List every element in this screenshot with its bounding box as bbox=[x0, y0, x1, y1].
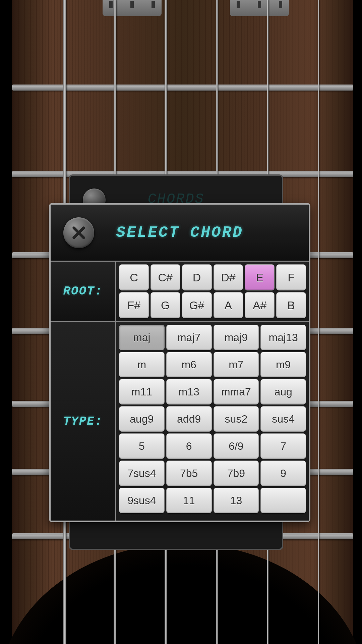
root-key-d[interactable]: D bbox=[182, 264, 212, 290]
type-key-13[interactable]: 13 bbox=[214, 488, 259, 513]
type-key-maj9[interactable]: maj9 bbox=[214, 325, 259, 350]
type-key-aug9[interactable]: aug9 bbox=[119, 406, 165, 432]
type-key-6[interactable]: 6 bbox=[166, 433, 212, 459]
root-key-e[interactable]: E bbox=[245, 264, 275, 290]
type-key-mma7[interactable]: mma7 bbox=[214, 379, 259, 405]
root-key-asharp[interactable]: A# bbox=[245, 292, 275, 318]
app-screen: CHORDS SELECT CHORD ROOT: CC#DD#EFF#GG#A… bbox=[0, 0, 362, 644]
type-key-m9[interactable]: m9 bbox=[260, 352, 306, 377]
root-key-g[interactable]: G bbox=[150, 292, 180, 318]
root-grid: CC#DD#EFF#GG#AA#B bbox=[116, 262, 309, 321]
dialog-body: ROOT: CC#DD#EFF#GG#AA#B TYPE: majmaj7maj… bbox=[51, 262, 309, 521]
type-key-7[interactable]: 7 bbox=[260, 433, 306, 459]
type-grid: majmaj7maj9maj13mm6m7m9m11m13mma7augaug9… bbox=[116, 322, 309, 521]
type-key-m6[interactable]: m6 bbox=[166, 352, 212, 377]
type-key-7b9[interactable]: 7b9 bbox=[214, 461, 259, 486]
root-key-dsharp[interactable]: D# bbox=[214, 264, 243, 290]
type-key-9sus4[interactable]: 9sus4 bbox=[119, 488, 165, 513]
type-key-m7[interactable]: m7 bbox=[214, 352, 259, 377]
type-key-6-9[interactable]: 6/9 bbox=[214, 433, 259, 459]
type-key-7b5[interactable]: 7b5 bbox=[166, 461, 212, 486]
type-key-empty bbox=[260, 488, 306, 513]
dialog-title: SELECT CHORD bbox=[116, 224, 243, 241]
type-key-maj13[interactable]: maj13 bbox=[260, 325, 306, 350]
type-key-add9[interactable]: add9 bbox=[166, 406, 212, 432]
select-chord-dialog: SELECT CHORD ROOT: CC#DD#EFF#GG#AA#B TYP… bbox=[49, 203, 310, 522]
dialog-header: SELECT CHORD bbox=[51, 205, 309, 262]
root-key-gsharp[interactable]: G# bbox=[182, 292, 212, 318]
root-section: ROOT: CC#DD#EFF#GG#AA#B bbox=[51, 262, 309, 322]
type-key-sus2[interactable]: sus2 bbox=[214, 406, 259, 432]
type-key-5[interactable]: 5 bbox=[119, 433, 165, 459]
guitar-nut bbox=[103, 0, 162, 16]
root-key-b[interactable]: B bbox=[276, 292, 306, 318]
root-key-f[interactable]: F bbox=[276, 264, 306, 290]
close-button[interactable] bbox=[63, 217, 94, 248]
type-key-sus4[interactable]: sus4 bbox=[260, 406, 306, 432]
root-key-c[interactable]: C bbox=[119, 264, 149, 290]
root-label: ROOT: bbox=[51, 262, 116, 321]
type-section: TYPE: majmaj7maj9maj13mm6m7m9m11m13mma7a… bbox=[51, 322, 309, 521]
root-key-fsharp[interactable]: F# bbox=[119, 292, 149, 318]
root-key-a[interactable]: A bbox=[214, 292, 243, 318]
type-key-9[interactable]: 9 bbox=[260, 461, 306, 486]
type-key-m13[interactable]: m13 bbox=[166, 379, 212, 405]
type-label: TYPE: bbox=[51, 322, 116, 521]
type-key-11[interactable]: 11 bbox=[166, 488, 212, 513]
close-icon bbox=[70, 224, 87, 241]
guitar-nut bbox=[230, 0, 289, 16]
type-key-7sus4[interactable]: 7sus4 bbox=[119, 461, 165, 486]
guitar-string[interactable] bbox=[318, 0, 319, 644]
type-key-maj[interactable]: maj bbox=[119, 325, 165, 350]
root-key-csharp[interactable]: C# bbox=[150, 264, 180, 290]
type-key-m[interactable]: m bbox=[119, 352, 165, 377]
type-key-m11[interactable]: m11 bbox=[119, 379, 165, 405]
type-key-maj7[interactable]: maj7 bbox=[166, 325, 212, 350]
type-key-aug[interactable]: aug bbox=[260, 379, 306, 405]
